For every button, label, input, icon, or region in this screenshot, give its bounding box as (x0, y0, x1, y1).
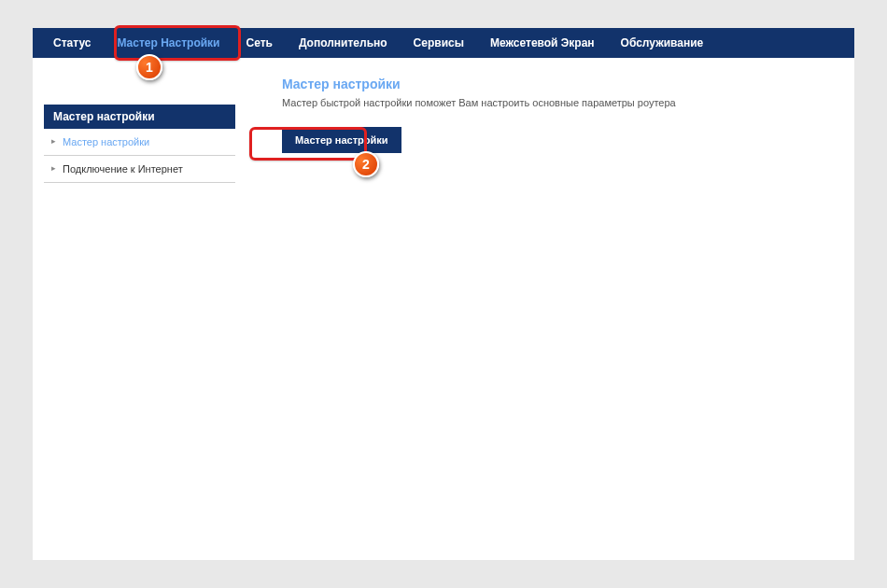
nav-firewall[interactable]: Межсетевой Экран (477, 28, 608, 58)
nav-services[interactable]: Сервисы (401, 28, 477, 58)
page-description: Мастер быстрой настройки поможет Вам нас… (282, 97, 836, 108)
nav-setup-wizard[interactable]: Мастер Настройки (104, 28, 232, 58)
sidebar-item-label: Подключение к Интернет (63, 163, 183, 175)
setup-wizard-button[interactable]: Мастер настройки (282, 127, 401, 153)
sidebar-header: Мастер настройки (44, 105, 235, 129)
content-area: Мастер настройки Мастер настройки Подклю… (33, 58, 854, 183)
nav-advanced[interactable]: Дополнительно (286, 28, 401, 58)
page-container: Статус Мастер Настройки Сеть Дополнитель… (33, 28, 854, 560)
sidebar-item-internet[interactable]: Подключение к Интернет (44, 156, 235, 183)
nav-network[interactable]: Сеть (232, 28, 285, 58)
sidebar: Мастер настройки Мастер настройки Подклю… (44, 105, 235, 183)
nav-status[interactable]: Статус (40, 28, 104, 58)
nav-maintenance[interactable]: Обслуживание (608, 28, 717, 58)
page-title: Мастер настройки (282, 77, 836, 91)
sidebar-item-wizard[interactable]: Мастер настройки (44, 129, 235, 156)
top-nav: Статус Мастер Настройки Сеть Дополнитель… (33, 28, 854, 58)
sidebar-item-label: Мастер настройки (63, 136, 149, 147)
main-content: Мастер настройки Мастер быстрой настройк… (235, 77, 854, 183)
